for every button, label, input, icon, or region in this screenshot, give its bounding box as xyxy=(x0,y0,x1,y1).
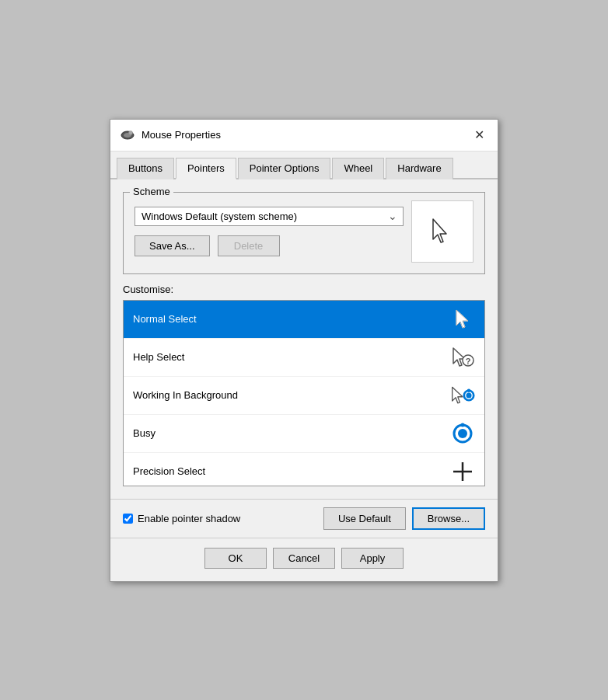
tab-bar: Buttons Pointers Pointer Options Wheel H… xyxy=(110,151,498,179)
customise-label: Customise: xyxy=(123,284,485,295)
svg-point-2 xyxy=(129,131,133,134)
customise-list[interactable]: Normal Select Help Select ? xyxy=(123,300,485,486)
scheme-row: Windows Default (system scheme) Save As.… xyxy=(135,200,473,263)
list-item-label: Help Select xyxy=(133,351,184,363)
footer-buttons: Use Default Browse... xyxy=(323,507,485,530)
tab-content: Scheme Windows Default (system scheme) S… xyxy=(110,179,498,499)
scheme-select[interactable]: Windows Default (system scheme) xyxy=(135,207,404,226)
list-item[interactable]: Busy xyxy=(124,415,484,453)
dialog: Mouse Properties ✕ Buttons Pointers Poin… xyxy=(110,119,498,582)
list-item[interactable]: Precision Select xyxy=(124,453,484,486)
browse-button[interactable]: Browse... xyxy=(412,507,485,530)
scheme-legend: Scheme xyxy=(130,186,173,197)
ok-button[interactable]: OK xyxy=(204,548,267,569)
svg-point-15 xyxy=(461,423,465,427)
list-item-label: Working In Background xyxy=(133,389,238,401)
apply-button[interactable]: Apply xyxy=(341,548,404,569)
title-bar: Mouse Properties ✕ xyxy=(110,120,498,151)
close-button[interactable]: ✕ xyxy=(470,126,488,145)
dialog-footer: OK Cancel Apply xyxy=(110,538,498,581)
tab-pointers[interactable]: Pointers xyxy=(176,158,236,179)
tab-pointer-options[interactable]: Pointer Options xyxy=(238,158,331,179)
svg-point-14 xyxy=(458,429,467,438)
list-item-label: Normal Select xyxy=(133,313,197,325)
preview-cursor-icon xyxy=(427,216,458,247)
footer-row: Enable pointer shadow Use Default Browse… xyxy=(110,499,498,538)
svg-point-12 xyxy=(467,388,470,392)
tab-hardware[interactable]: Hardware xyxy=(386,158,453,179)
list-item[interactable]: Help Select ? xyxy=(124,339,484,377)
normal-select-icon xyxy=(450,307,475,332)
scheme-area: Windows Default (system scheme) Save As.… xyxy=(135,207,404,256)
list-item-label: Busy xyxy=(133,427,155,439)
list-item-label: Precision Select xyxy=(133,465,205,477)
enable-shadow-label[interactable]: Enable pointer shadow xyxy=(123,513,316,524)
list-item[interactable]: Working In Background xyxy=(124,377,484,415)
use-default-button[interactable]: Use Default xyxy=(323,507,406,530)
svg-marker-9 xyxy=(453,387,463,402)
scheme-buttons: Save As... Delete xyxy=(135,235,404,256)
svg-point-11 xyxy=(466,392,471,398)
tab-wheel[interactable]: Wheel xyxy=(332,158,384,179)
enable-shadow-checkbox[interactable] xyxy=(123,514,133,524)
help-select-icon: ? xyxy=(450,345,475,370)
svg-text:?: ? xyxy=(466,357,471,366)
svg-marker-3 xyxy=(433,219,446,242)
save-as-button[interactable]: Save As... xyxy=(135,235,210,256)
tab-buttons[interactable]: Buttons xyxy=(117,158,174,179)
busy-icon xyxy=(450,421,475,446)
cursor-preview xyxy=(411,200,473,263)
delete-button[interactable]: Delete xyxy=(218,235,280,256)
cancel-button[interactable]: Cancel xyxy=(273,548,335,569)
list-item[interactable]: Normal Select xyxy=(124,301,484,339)
precision-select-icon xyxy=(450,459,475,484)
dialog-title: Mouse Properties xyxy=(142,129,470,141)
scheme-fieldset: Scheme Windows Default (system scheme) S… xyxy=(123,192,485,274)
dialog-icon xyxy=(120,127,135,143)
scheme-select-wrapper: Windows Default (system scheme) xyxy=(135,207,404,226)
enable-shadow-text: Enable pointer shadow xyxy=(138,513,240,524)
working-background-icon xyxy=(450,383,475,408)
